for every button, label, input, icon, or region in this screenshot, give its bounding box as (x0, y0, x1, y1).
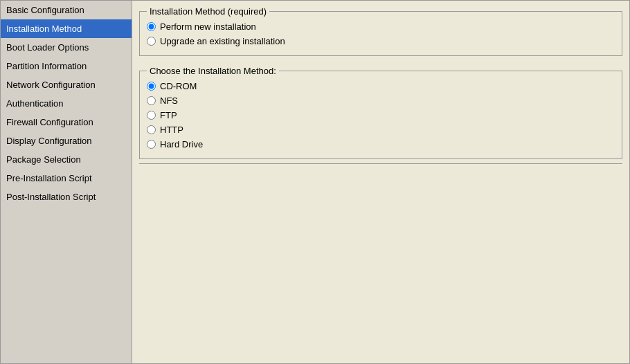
radio-nfs[interactable] (147, 96, 156, 105)
radio-harddrive[interactable] (147, 140, 156, 149)
label-nfs[interactable]: NFS (160, 95, 178, 106)
radio-row-http: HTTP (147, 122, 615, 137)
label-cdrom[interactable]: CD-ROM (160, 81, 197, 91)
radio-row-harddrive: Hard Drive (147, 137, 615, 152)
sidebar-item-basic-configuration[interactable]: Basic Configuration (1, 1, 132, 19)
label-http[interactable]: HTTP (160, 125, 183, 135)
sidebar-item-partition-information[interactable]: Partition Information (1, 57, 132, 75)
main-content: Installation Method (required) Perform n… (132, 1, 629, 363)
choose-method-legend: Choose the Installation Method: (147, 66, 279, 76)
sidebar-item-installation-method[interactable]: Installation Method (1, 19, 132, 38)
choose-method-group: Choose the Installation Method: CD-ROM N… (139, 66, 622, 159)
radio-row-cdrom: CD-ROM (147, 79, 615, 93)
label-ftp[interactable]: FTP (160, 110, 177, 120)
installation-type-group: Installation Method (required) Perform n… (139, 6, 622, 56)
bottom-divider (139, 163, 622, 164)
label-upgrade[interactable]: Upgrade an existing installation (160, 36, 285, 46)
radio-new-install[interactable] (147, 22, 156, 31)
installation-type-legend: Installation Method (required) (147, 6, 269, 17)
sidebar-item-pre-installation-script[interactable]: Pre-Installation Script (1, 169, 132, 188)
radio-ftp[interactable] (147, 111, 156, 120)
sidebar-item-package-selection[interactable]: Package Selection (1, 150, 132, 169)
app-container: Basic ConfigurationInstallation MethodBo… (0, 0, 630, 364)
radio-row-nfs: NFS (147, 93, 615, 108)
sidebar-item-display-configuration[interactable]: Display Configuration (1, 131, 132, 150)
sidebar-item-boot-loader-options[interactable]: Boot Loader Options (1, 38, 132, 57)
radio-row-ftp: FTP (147, 108, 615, 122)
label-new-install[interactable]: Perform new installation (160, 21, 256, 32)
radio-row-new-install: Perform new installation (147, 19, 615, 34)
sidebar-item-firewall-configuration[interactable]: Firewall Configuration (1, 113, 132, 131)
radio-row-upgrade: Upgrade an existing installation (147, 34, 615, 48)
sidebar-item-network-configuration[interactable]: Network Configuration (1, 75, 132, 94)
radio-upgrade[interactable] (147, 37, 156, 46)
sidebar-item-post-installation-script[interactable]: Post-Installation Script (1, 188, 132, 206)
radio-http[interactable] (147, 125, 156, 134)
sidebar-item-authentication[interactable]: Authentication (1, 94, 132, 113)
radio-cdrom[interactable] (147, 82, 156, 91)
label-harddrive[interactable]: Hard Drive (160, 139, 203, 149)
sidebar: Basic ConfigurationInstallation MethodBo… (1, 1, 132, 363)
